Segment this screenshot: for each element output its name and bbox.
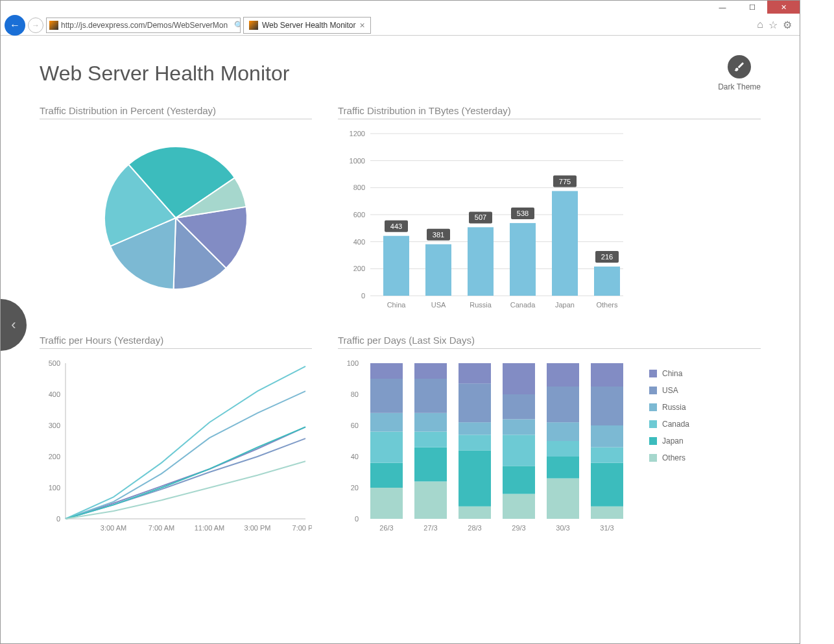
browser-action-icons: ⌂ ☆ ⚙ [757,19,796,31]
svg-text:7:00 AM: 7:00 AM [149,524,174,532]
svg-rect-109 [649,454,657,462]
svg-rect-88 [547,422,579,441]
tab-title: Web Server Health Monitor [262,21,356,30]
svg-text:30/3: 30/3 [556,524,569,532]
home-icon[interactable]: ⌂ [757,19,763,31]
svg-text:400: 400 [49,390,60,398]
svg-text:Russia: Russia [470,301,492,309]
chart-bar: Traffic Distribution in TBytes (Yesterda… [338,105,761,315]
svg-text:27/3: 27/3 [423,524,437,532]
svg-text:20: 20 [351,484,359,492]
svg-text:USA: USA [431,301,446,309]
svg-text:538: 538 [517,209,529,217]
svg-rect-96 [591,387,623,425]
chart-pie: Traffic Distribution in Percent (Yesterd… [40,105,312,315]
svg-rect-75 [459,383,491,422]
svg-rect-78 [503,494,535,519]
svg-rect-80 [503,435,535,466]
svg-text:60: 60 [351,422,359,429]
svg-rect-69 [414,363,447,379]
svg-text:80: 80 [351,390,359,398]
stacked-chart-svg: 02040608010026/327/328/329/330/331/3Chin… [338,357,714,545]
svg-text:Japan: Japan [555,301,575,309]
window-title-bar: — ☐ ✕ [1,1,800,15]
svg-text:1000: 1000 [350,157,365,165]
svg-rect-79 [503,466,535,494]
svg-rect-82 [503,394,535,419]
nav-forward-button[interactable]: → [28,18,43,33]
svg-rect-85 [547,479,579,519]
svg-text:800: 800 [353,184,365,191]
svg-rect-99 [649,370,657,377]
svg-rect-58 [370,463,403,488]
svg-rect-66 [414,432,447,447]
svg-text:China: China [387,301,407,309]
svg-rect-90 [547,363,579,387]
page-content: Web Server Health Monitor Dark Theme Tra… [1,36,800,643]
svg-text:443: 443 [390,222,402,230]
svg-text:29/3: 29/3 [512,524,525,532]
svg-text:200: 200 [353,265,365,272]
favorites-icon[interactable]: ☆ [768,19,778,31]
svg-text:China: China [662,369,683,378]
svg-rect-22 [468,227,494,296]
svg-rect-26 [510,223,536,296]
window-minimize-button[interactable]: — [708,1,737,14]
svg-rect-81 [503,419,535,435]
chart-stacked-title: Traffic per Days (Last Six Days) [338,335,761,349]
svg-text:11:00 AM: 11:00 AM [195,524,224,532]
address-url: http://js.devexpress.com/Demos/WebServer… [61,21,228,30]
theme-toggle-button[interactable]: Dark Theme [718,55,761,91]
svg-rect-74 [459,422,491,435]
svg-rect-65 [414,447,447,482]
svg-rect-60 [370,413,403,432]
svg-text:400: 400 [353,238,365,246]
svg-text:0: 0 [56,515,60,523]
svg-rect-71 [459,507,491,519]
nav-back-button[interactable]: ← [5,15,25,36]
svg-rect-97 [591,363,623,387]
svg-text:200: 200 [49,453,60,460]
svg-rect-14 [383,236,409,296]
window-close-button[interactable]: ✕ [767,1,800,14]
svg-text:Canada: Canada [662,420,689,429]
search-icon[interactable]: 🔍 [232,21,241,30]
svg-text:1200: 1200 [350,130,365,137]
svg-text:500: 500 [49,359,60,367]
svg-rect-93 [591,463,623,507]
browser-window: — ☐ ✕ ← → http://js.devexpress.com/Demos… [0,0,800,644]
svg-rect-83 [503,363,535,394]
window-maximize-button[interactable]: ☐ [737,1,767,14]
svg-text:381: 381 [433,231,444,239]
bar-chart-svg: 020040060080010001200443China381USA507Ru… [338,127,714,315]
svg-rect-87 [547,441,579,457]
svg-text:7:00 PM: 7:00 PM [292,524,312,532]
svg-text:USA: USA [662,386,678,395]
svg-rect-105 [649,420,657,428]
tab-favicon-icon [249,21,258,30]
svg-rect-86 [547,457,579,479]
svg-rect-101 [649,387,657,394]
svg-rect-64 [414,481,447,519]
address-bar[interactable]: http://js.devexpress.com/Demos/WebServer… [46,18,241,33]
svg-rect-89 [547,387,579,422]
settings-icon[interactable]: ⚙ [783,19,792,31]
tab-close-icon[interactable]: × [360,20,365,30]
svg-text:100: 100 [49,484,60,492]
svg-rect-34 [594,267,620,296]
svg-rect-107 [649,437,657,445]
svg-text:26/3: 26/3 [379,524,393,532]
browser-toolbar: ← → http://js.devexpress.com/Demos/WebSe… [1,15,800,36]
svg-text:Others: Others [662,453,685,462]
svg-rect-67 [414,413,447,432]
svg-text:Russia: Russia [662,403,686,412]
svg-rect-95 [591,425,623,447]
svg-text:40: 40 [351,453,359,460]
theme-label: Dark Theme [718,82,761,91]
brush-icon [728,55,751,78]
svg-rect-92 [591,507,623,519]
svg-text:Japan: Japan [662,436,684,446]
svg-text:Others: Others [596,301,618,309]
svg-rect-73 [459,435,491,450]
browser-tab[interactable]: Web Server Health Monitor × [243,17,371,34]
